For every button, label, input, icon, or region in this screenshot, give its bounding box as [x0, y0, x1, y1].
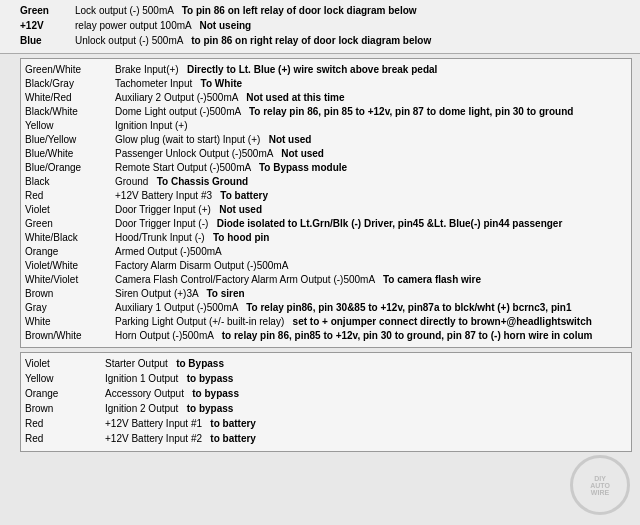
- bottom-row-1: Violet Starter Output to Bypass: [25, 357, 627, 371]
- mid-color-19: White: [25, 315, 115, 328]
- mid-row-4: Black/White Dome Light output (-)500mA T…: [25, 105, 627, 118]
- mid-desc-20: Horn Output (-)500mA to relay pin 86, pi…: [115, 329, 627, 342]
- bot-color-1: Violet: [25, 357, 105, 371]
- wire-desc-1: Lock output (-) 500mA To pin 86 on left …: [75, 4, 632, 18]
- mid-color-3: White/Red: [25, 91, 115, 104]
- mid-desc-18: Auxiliary 1 Output (-)500mA To relay pin…: [115, 301, 627, 314]
- bot-desc-6: +12V Battery Input #2 to battery: [105, 432, 627, 446]
- mid-row-2: Black/Gray Tachometer Input To White: [25, 77, 627, 90]
- wire-color-green: Green: [20, 4, 75, 18]
- mid-color-17: Brown: [25, 287, 115, 300]
- mid-color-6: Blue/Yellow: [25, 133, 115, 146]
- mid-row-6: Blue/Yellow Glow plug (wait to start) In…: [25, 133, 627, 146]
- mid-desc-19: Parking Light Output (+/- built-in relay…: [115, 315, 627, 328]
- mid-row-7: Blue/White Passenger Unlock Output (-)50…: [25, 147, 627, 160]
- bottom-row-3: Orange Accessory Output to bypass: [25, 387, 627, 401]
- mid-row-17: Brown Siren Output (+)3A To siren: [25, 287, 627, 300]
- mid-desc-6: Glow plug (wait to start) Input (+) Not …: [115, 133, 627, 146]
- bottom-row-2: Yellow Ignition 1 Output to bypass: [25, 372, 627, 386]
- wire-desc-3: Unlock output (-) 500mA to pin 86 on rig…: [75, 34, 632, 48]
- mid-color-8: Blue/Orange: [25, 161, 115, 174]
- mid-row-8: Blue/Orange Remote Start Output (-)500mA…: [25, 161, 627, 174]
- mid-desc-17: Siren Output (+)3A To siren: [115, 287, 627, 300]
- main-container: Green Lock output (-) 500mA To pin 86 on…: [0, 0, 640, 525]
- mid-row-3: White/Red Auxiliary 2 Output (-)500mA No…: [25, 91, 627, 104]
- bot-desc-2: Ignition 1 Output to bypass: [105, 372, 627, 386]
- bot-color-6: Red: [25, 432, 105, 446]
- mid-desc-10: +12V Battery Input #3 To battery: [115, 189, 627, 202]
- bot-color-4: Brown: [25, 402, 105, 416]
- mid-row-14: Orange Armed Output (-)500mA: [25, 245, 627, 258]
- bot-desc-3: Accessory Output to bypass: [105, 387, 627, 401]
- mid-color-4: Black/White: [25, 105, 115, 118]
- mid-row-18: Gray Auxiliary 1 Output (-)500mA To rela…: [25, 301, 627, 314]
- bottom-row-4: Brown Ignition 2 Output to bypass: [25, 402, 627, 416]
- top-section: Green Lock output (-) 500mA To pin 86 on…: [0, 0, 640, 54]
- mid-desc-2: Tachometer Input To White: [115, 77, 627, 90]
- mid-desc-7: Passenger Unlock Output (-)500mA Not use…: [115, 147, 627, 160]
- mid-row-13: White/Black Hood/Trunk Input (-) To hood…: [25, 231, 627, 244]
- bot-desc-1: Starter Output to Bypass: [105, 357, 627, 371]
- bot-desc-4: Ignition 2 Output to bypass: [105, 402, 627, 416]
- mid-desc-1: Brake Input(+) Directly to Lt. Blue (+) …: [115, 63, 627, 76]
- mid-row-12: Green Door Trigger Input (-) Diode isola…: [25, 217, 627, 230]
- top-row-2: +12V relay power output 100mA Not useing: [20, 19, 632, 33]
- bottom-section: Violet Starter Output to Bypass Yellow I…: [20, 352, 632, 452]
- mid-row-20: Brown/White Horn Output (-)500mA to rela…: [25, 329, 627, 342]
- mid-row-11: Violet Door Trigger Input (+) Not used: [25, 203, 627, 216]
- mid-desc-16: Camera Flash Control/Factory Alarm Arm O…: [115, 273, 627, 286]
- mid-row-9: Black Ground To Chassis Ground: [25, 175, 627, 188]
- mid-color-9: Black: [25, 175, 115, 188]
- mid-desc-12: Door Trigger Input (-) Diode isolated to…: [115, 217, 627, 230]
- top-row-3: Blue Unlock output (-) 500mA to pin 86 o…: [20, 34, 632, 48]
- mid-row-10: Red +12V Battery Input #3 To battery: [25, 189, 627, 202]
- mid-color-12: Green: [25, 217, 115, 230]
- mid-color-7: Blue/White: [25, 147, 115, 160]
- mid-color-15: Violet/White: [25, 259, 115, 272]
- mid-desc-15: Factory Alarm Disarm Output (-)500mA: [115, 259, 627, 272]
- wire-desc-2: relay power output 100mA Not useing: [75, 19, 632, 33]
- mid-color-20: Brown/White: [25, 329, 115, 342]
- mid-desc-14: Armed Output (-)500mA: [115, 245, 627, 258]
- wire-color-12v: +12V: [20, 19, 75, 33]
- mid-section: Green/White Brake Input(+) Directly to L…: [20, 58, 632, 348]
- bottom-row-6: Red +12V Battery Input #2 to battery: [25, 432, 627, 446]
- mid-row-5: Yellow Ignition Input (+): [25, 119, 627, 132]
- top-row-1: Green Lock output (-) 500mA To pin 86 on…: [20, 4, 632, 18]
- mid-color-1: Green/White: [25, 63, 115, 76]
- mid-row-16: White/Violet Camera Flash Control/Factor…: [25, 273, 627, 286]
- mid-color-14: Orange: [25, 245, 115, 258]
- mid-desc-11: Door Trigger Input (+) Not used: [115, 203, 627, 216]
- bot-color-5: Red: [25, 417, 105, 431]
- mid-color-18: Gray: [25, 301, 115, 314]
- mid-desc-4: Dome Light output (-)500mA To relay pin …: [115, 105, 627, 118]
- mid-color-13: White/Black: [25, 231, 115, 244]
- mid-row-1: Green/White Brake Input(+) Directly to L…: [25, 63, 627, 76]
- mid-desc-8: Remote Start Output (-)500mA To Bypass m…: [115, 161, 627, 174]
- bot-color-2: Yellow: [25, 372, 105, 386]
- mid-color-11: Violet: [25, 203, 115, 216]
- bot-color-3: Orange: [25, 387, 105, 401]
- mid-desc-13: Hood/Trunk Input (-) To hood pin: [115, 231, 627, 244]
- mid-desc-9: Ground To Chassis Ground: [115, 175, 627, 188]
- watermark: DIYAUTOWIRE: [570, 455, 630, 515]
- mid-row-19: White Parking Light Output (+/- built-in…: [25, 315, 627, 328]
- wire-color-blue: Blue: [20, 34, 75, 48]
- bottom-row-5: Red +12V Battery Input #1 to battery: [25, 417, 627, 431]
- mid-color-5: Yellow: [25, 119, 115, 132]
- bot-desc-5: +12V Battery Input #1 to battery: [105, 417, 627, 431]
- mid-color-10: Red: [25, 189, 115, 202]
- mid-color-16: White/Violet: [25, 273, 115, 286]
- mid-desc-5: Ignition Input (+): [115, 119, 627, 132]
- mid-color-2: Black/Gray: [25, 77, 115, 90]
- mid-desc-3: Auxiliary 2 Output (-)500mA Not used at …: [115, 91, 627, 104]
- mid-row-15: Violet/White Factory Alarm Disarm Output…: [25, 259, 627, 272]
- watermark-circle: DIYAUTOWIRE: [570, 455, 630, 515]
